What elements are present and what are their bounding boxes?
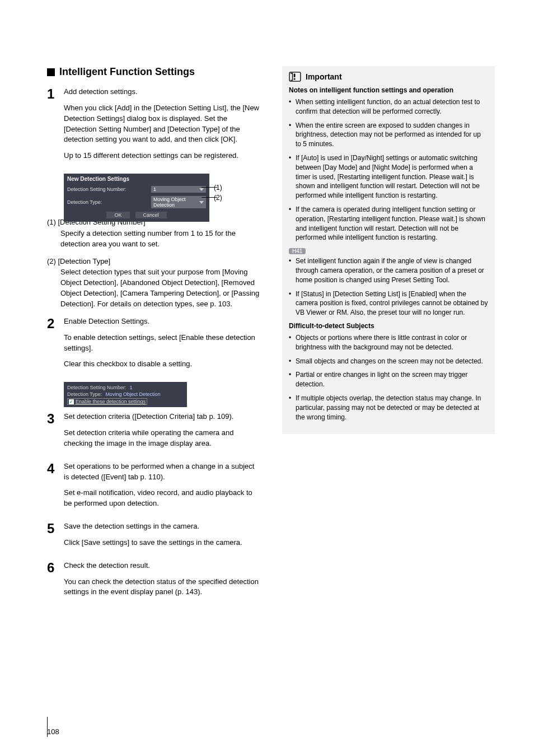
step-body: Set operations to be performed when a ch… [64, 461, 261, 515]
list-item: Partial or entire changes in light on th… [289, 370, 488, 389]
checkbox-icon: ✓ [69, 399, 74, 404]
model-tag: H41 [289, 248, 306, 254]
subitem-body: Select detection types that suit your pu… [47, 267, 261, 309]
section-title: Intelligent Function Settings [59, 66, 195, 78]
step-title: Add detection settings. [64, 87, 261, 97]
important-label: Important [306, 72, 342, 81]
step-body: Save the detection settings in the camer… [64, 521, 242, 554]
dialog-label: Detection Type: [67, 199, 148, 205]
step-desc: You can check the detection status of th… [64, 577, 261, 598]
list-item: If the camera is operated during intelli… [289, 205, 488, 242]
step-desc: Set detection criteria while operating t… [64, 428, 261, 449]
difficult-list: Objects or portions where there is littl… [289, 333, 488, 422]
list-item: Small objects and changes on the screen … [289, 357, 488, 366]
step-4: 4 Set operations to be performed when a … [47, 461, 261, 515]
list-item: If [Status] in [Detection Setting List] … [289, 290, 488, 318]
callout-1: (1) [214, 184, 222, 192]
dialog-row-number: Detection Setting Number: 1 [64, 184, 209, 194]
panel-value: 1 [130, 385, 133, 390]
step-number: 4 [47, 461, 58, 515]
step-number: 6 [47, 561, 58, 604]
list-item: If [Auto] is used in [Day/Night] setting… [289, 153, 488, 200]
svg-rect-1 [294, 74, 296, 77]
svg-rect-2 [294, 78, 296, 80]
subitem-head: (2) [Detection Type] [47, 256, 261, 267]
important-notice: Important Notes on intelligent function … [282, 66, 495, 434]
section-heading: Intelligent Function Settings [47, 66, 261, 78]
step-desc: To enable detection settings, select [En… [64, 333, 261, 354]
step-3: 3 Set detection criteria ([Detection Cri… [47, 412, 261, 455]
enable-settings-panel: Detection Setting Number: 1 Detection Ty… [64, 382, 187, 407]
dialog-label: Detection Setting Number: [67, 186, 148, 192]
step-body: Set detection criteria ([Detection Crite… [64, 412, 261, 455]
dropdown-value: Moving Object Detection [153, 197, 199, 208]
step-6: 6 Check the detection result. You can ch… [47, 561, 261, 604]
subitem-1: (1) [Detection Setting Number] Specify a… [47, 217, 261, 250]
list-item: When the entire screen are exposed to su… [289, 121, 488, 149]
list-item: Objects or portions where there is littl… [289, 333, 488, 352]
step-title: Save the detection settings in the camer… [64, 521, 242, 532]
step-desc: Click [Save settings] to save the settin… [64, 538, 242, 548]
dialog-figure: New Detection Settings Detection Setting… [64, 174, 261, 217]
page-number: 108 [47, 727, 59, 736]
step-5: 5 Save the detection settings in the cam… [47, 521, 261, 554]
square-bullet-icon [47, 68, 55, 76]
dropdown-value: 1 [153, 186, 156, 192]
list-item: When setting intelligent function, do an… [289, 97, 488, 116]
dialog-buttons: OK Cancel [64, 210, 209, 218]
dialog-title: New Detection Settings [64, 174, 209, 184]
page: Intelligent Function Settings 1 Add dete… [0, 0, 534, 610]
right-column: Important Notes on intelligent function … [282, 66, 495, 610]
subitem-2: (2) [Detection Type] Select detection ty… [47, 256, 261, 310]
notice-heading: Important [289, 72, 488, 82]
important-icon [289, 72, 301, 82]
list-item: Set intelligent function again if the an… [289, 256, 488, 284]
step-number: 3 [47, 412, 58, 455]
difficult-subheading: Difficult-to-detect Subjects [289, 322, 488, 330]
notes-list-2: Set intelligent function again if the an… [289, 256, 488, 318]
step-title: Set operations to be performed when a ch… [64, 461, 261, 483]
step-body: Check the detection result. You can chec… [64, 561, 261, 604]
step-desc: Up to 15 different detection settings ca… [64, 151, 261, 161]
notes-list: When setting intelligent function, do an… [289, 97, 488, 242]
panel-row: Detection Setting Number: 1 [67, 384, 184, 391]
step-title: Enable Detection Settings. [64, 316, 261, 327]
step-number: 5 [47, 521, 58, 554]
step-desc: When you click [Add] in the [Detection S… [64, 103, 261, 145]
callout-2: (2) [214, 194, 222, 202]
step-body: Add detection settings. When you click [… [64, 87, 261, 167]
step-desc: Clear this checkbox to disable a setting… [64, 359, 261, 370]
dialog-row-type: Detection Type: Moving Object Detection [64, 194, 209, 210]
enable-checkbox-row[interactable]: ✓ Enable these detection settings [67, 398, 147, 405]
detection-number-dropdown[interactable]: 1 [151, 186, 206, 193]
chevron-down-icon [199, 201, 204, 204]
step-title: Set detection criteria ([Detection Crite… [64, 412, 261, 422]
chevron-down-icon [199, 188, 204, 191]
notes-subheading: Notes on intelligent function settings a… [289, 86, 488, 94]
step-1: 1 Add detection settings. When you click… [47, 87, 261, 167]
left-column: Intelligent Function Settings 1 Add dete… [47, 66, 261, 610]
panel-row: Detection Type: Moving Object Detection [67, 391, 184, 398]
panel-value: Moving Object Detection [105, 391, 160, 397]
cancel-button[interactable]: Cancel [135, 212, 167, 218]
step-number: 2 [47, 316, 58, 375]
panel-label: Detection Setting Number: [67, 385, 127, 390]
detection-type-dropdown[interactable]: Moving Object Detection [151, 196, 206, 208]
ok-button[interactable]: OK [106, 212, 129, 218]
step-desc: Set e-mail notification, video record, a… [64, 488, 261, 509]
step-body: Enable Detection Settings. To enable det… [64, 316, 261, 375]
panel-label: Detection Type: [67, 391, 102, 397]
step-title: Check the detection result. [64, 561, 261, 571]
subitem-body: Specify a detection setting number from … [47, 228, 261, 250]
step-2: 2 Enable Detection Settings. To enable d… [47, 316, 261, 375]
step-number: 1 [47, 87, 58, 167]
checkbox-label: Enable these detection settings [76, 399, 146, 404]
list-item: If multiple objects overlap, the detecti… [289, 394, 488, 422]
new-detection-settings-dialog: New Detection Settings Detection Setting… [64, 174, 209, 222]
